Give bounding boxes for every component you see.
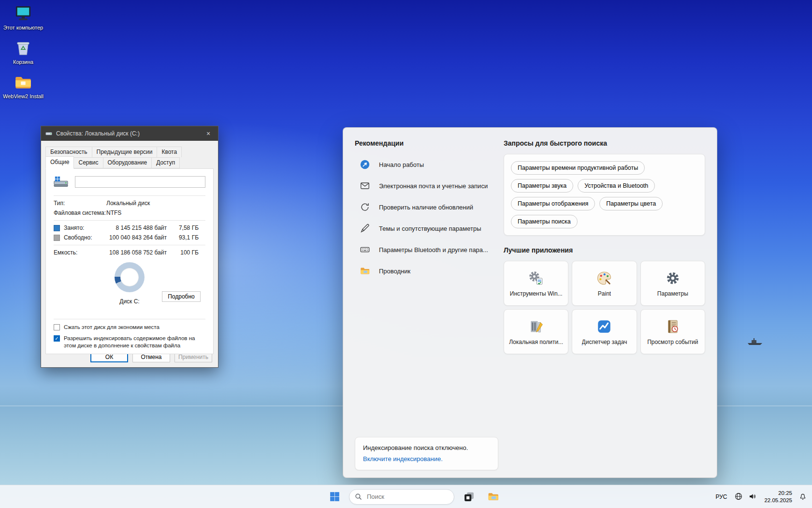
rec-item-getting-started[interactable]: Начало работы — [355, 154, 498, 175]
filesystem-row: Файловая система: NTFS — [54, 208, 205, 218]
desktop: Этот компьютер Корзина WebView2 Install … — [0, 0, 812, 508]
app-label: Диспетчер задач — [582, 339, 627, 345]
right-column: Запросы для быстрого поиска Параметры вр… — [504, 139, 705, 354]
taskbar-search-input[interactable] — [349, 489, 454, 505]
quick-search-pill[interactable]: Устройства и Bluetooth — [578, 179, 655, 193]
quick-search-pill[interactable]: Параметры отображения — [511, 197, 595, 210]
free-bytes: 100 040 843 264 байт — [106, 234, 167, 241]
disk-usage-chart-area: Диск C: Подробно — [54, 259, 205, 316]
folder-icon — [13, 73, 33, 92]
windows-tools-icon — [528, 270, 544, 286]
capacity-label: Емкость: — [54, 249, 106, 256]
desktop-icon-recycle-bin[interactable]: Корзина — [3, 38, 44, 66]
update-icon — [360, 202, 370, 212]
taskbar-search-box[interactable] — [349, 489, 454, 505]
recommendations-section: Рекомендации Начало работы Электронная п… — [355, 139, 498, 354]
desktop-icon-this-pc[interactable]: Этот компьютер — [3, 4, 44, 31]
used-space-row: Занято: 8 145 215 488 байт 7,58 ГБ — [54, 223, 205, 233]
rec-item-bluetooth-devices[interactable]: Параметры Bluetooth и другие пара... — [355, 239, 498, 260]
rec-item-label: Электронная почта и учетные записи — [379, 182, 488, 190]
indexing-status-text: Индексирование поиска отключено. — [363, 444, 490, 451]
devices-icon — [360, 244, 370, 255]
free-size: 93,1 ГБ — [167, 234, 199, 241]
desktop-icon-label: WebView2 Install — [3, 93, 44, 100]
task-view-button[interactable] — [459, 487, 478, 507]
top-apps-title: Лучшие приложения — [504, 246, 705, 254]
time: 20:25 — [764, 490, 792, 497]
date: 22.05.2025 — [764, 497, 792, 504]
quick-search-pill[interactable]: Параметры звука — [511, 179, 573, 193]
tab-previous-versions[interactable]: Предыдущие версии — [92, 147, 158, 157]
taskbar: РУС 20:25 22.05.2025 — [0, 485, 812, 508]
dialog-titlebar[interactable]: Свойства: Локальный диск (C:) × — [41, 126, 218, 141]
disk-properties-dialog: Свойства: Локальный диск (C:) × Безопасн… — [41, 126, 218, 368]
recycle-bin-icon — [13, 38, 33, 58]
index-checkbox[interactable] — [54, 335, 60, 342]
indexing-notice-card: Индексирование поиска отключено. Включит… — [355, 437, 498, 470]
used-size: 7,58 ГБ — [167, 224, 199, 231]
rec-item-label: Проверить наличие обновлений — [379, 204, 473, 211]
free-space-row: Свободно: 100 040 843 264 байт 93,1 ГБ — [54, 233, 205, 242]
getting-started-icon — [360, 159, 370, 170]
filesystem-value: NTFS — [106, 209, 121, 216]
tab-quota[interactable]: Квота — [157, 147, 182, 157]
capacity-row: Емкость: 108 186 058 752 байт 100 ГБ — [54, 248, 205, 257]
top-apps-grid: Инструменты Win... Paint Параметры — [504, 261, 705, 354]
general-tab-page: Тип: Локальный диск Файловая система: NT… — [45, 168, 214, 354]
clock[interactable]: 20:25 22.05.2025 — [762, 489, 794, 505]
free-legend-swatch — [54, 235, 60, 241]
tab-sharing[interactable]: Доступ — [151, 157, 180, 168]
tab-strip: Безопасность Предыдущие версии Квота Общ… — [41, 141, 218, 168]
recommendations-title: Рекомендации — [355, 139, 498, 147]
file-explorer-icon — [487, 491, 499, 503]
rec-item-check-updates[interactable]: Проверить наличие обновлений — [355, 196, 498, 218]
app-settings[interactable]: Параметры — [640, 261, 705, 306]
desktop-icon-label: Этот компьютер — [3, 25, 43, 31]
rec-item-explorer[interactable]: Проводник — [355, 260, 498, 282]
rec-item-email-accounts[interactable]: Электронная почта и учетные записи — [355, 175, 498, 196]
language-indicator[interactable]: РУС — [712, 492, 730, 502]
app-event-viewer[interactable]: Просмотр событий — [640, 309, 705, 354]
file-explorer-button[interactable] — [483, 487, 503, 507]
compress-checkbox[interactable] — [54, 324, 60, 330]
rec-item-label: Начало работы — [379, 161, 424, 168]
used-legend-swatch — [54, 225, 60, 231]
type-value: Локальный диск — [106, 200, 150, 207]
filesystem-label: Файловая система: — [54, 209, 106, 216]
tab-hardware[interactable]: Оборудование — [103, 157, 152, 168]
tab-tools[interactable]: Сервис — [73, 157, 103, 168]
separator — [54, 220, 205, 221]
quick-searches-title: Запросы для быстрого поиска — [504, 139, 705, 147]
desktop-icon-webview2[interactable]: WebView2 Install — [3, 73, 44, 100]
separator — [54, 195, 205, 196]
app-label: Просмотр событий — [647, 339, 698, 345]
app-paint[interactable]: Paint — [572, 261, 637, 306]
app-label: Paint — [598, 290, 611, 297]
volume-label-input[interactable] — [75, 176, 205, 188]
free-label: Свободно: — [64, 234, 106, 241]
rec-item-themes[interactable]: Темы и сопутствующие параметры — [355, 218, 498, 239]
rec-item-label: Параметры Bluetooth и другие пара... — [379, 246, 488, 254]
compress-disk-option[interactable]: Сжать этот диск для экономии места — [54, 322, 205, 333]
tab-security[interactable]: Безопасность — [45, 147, 92, 157]
index-contents-option[interactable]: Разрешить индексировать содержимое файло… — [54, 333, 205, 351]
quick-search-pill[interactable]: Параметры цвета — [599, 197, 663, 210]
app-label: Локальная полити... — [509, 339, 563, 345]
separator — [54, 245, 205, 245]
drive-icon — [45, 130, 53, 137]
app-local-policy[interactable]: Локальная полити... — [504, 309, 568, 354]
quick-search-pill[interactable]: Параметры поиска — [511, 215, 578, 228]
tab-general[interactable]: Общие — [45, 156, 74, 169]
task-manager-icon — [596, 318, 612, 335]
network-icon[interactable] — [734, 492, 744, 502]
start-button[interactable] — [325, 487, 344, 507]
app-windows-tools[interactable]: Инструменты Win... — [504, 261, 568, 306]
enable-indexing-link[interactable]: Включите индексирование. — [363, 455, 443, 463]
app-task-manager[interactable]: Диспетчер задач — [572, 309, 637, 354]
details-button[interactable]: Подробно — [162, 291, 201, 302]
app-label: Параметры — [657, 290, 688, 297]
close-icon[interactable]: × — [202, 128, 215, 139]
notification-bell-icon[interactable] — [798, 492, 808, 502]
volume-icon[interactable] — [748, 492, 758, 502]
quick-search-pill[interactable]: Параметры времени продуктивной работы — [511, 161, 645, 175]
